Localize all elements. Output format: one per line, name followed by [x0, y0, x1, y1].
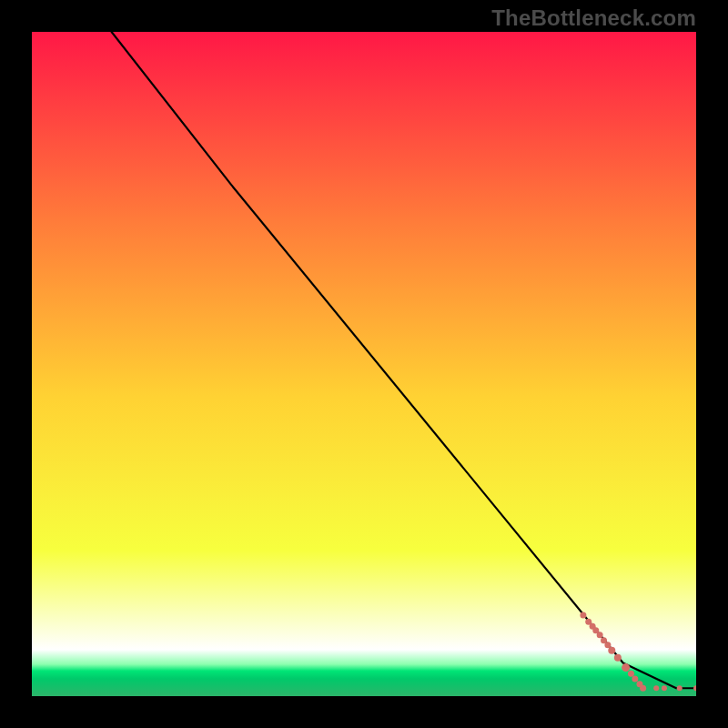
- data-point: [662, 685, 667, 691]
- data-point: [640, 685, 646, 692]
- watermark-text: TheBottleneck.com: [491, 5, 696, 31]
- data-point: [597, 632, 603, 638]
- data-point: [580, 612, 586, 618]
- chart-frame: TheBottleneck.com: [0, 0, 728, 728]
- data-point: [622, 663, 630, 672]
- chart-svg: [32, 32, 696, 696]
- plot-area: [32, 32, 696, 696]
- data-point: [632, 676, 638, 682]
- gradient-bg: [32, 32, 696, 696]
- data-point: [677, 685, 682, 691]
- data-point: [608, 647, 615, 654]
- data-point: [614, 654, 622, 662]
- data-point: [628, 671, 634, 677]
- data-point: [653, 685, 659, 691]
